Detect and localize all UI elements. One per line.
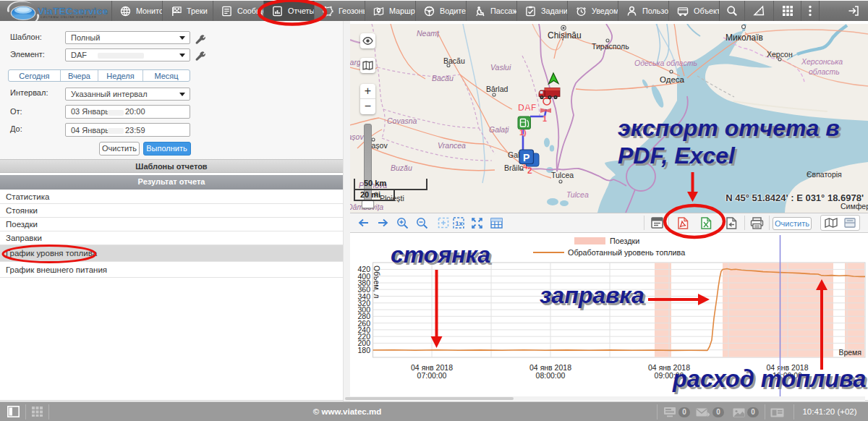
svg-text:Galați: Galați — [489, 125, 509, 134]
svg-text:Neamț: Neamț — [417, 29, 440, 38]
svg-text:Vrancea: Vrancea — [438, 141, 466, 150]
svg-text:область: область — [809, 67, 840, 76]
svg-text:СИСТЕМЫ ONLINE КОНТРОЛЯ: СИСТЕМЫ ONLINE КОНТРОЛЯ — [41, 16, 97, 19]
svg-text:Одеська область: Одеська область — [634, 59, 697, 67]
svg-text:Обработанный уровень топлива: Обработанный уровень топлива — [568, 248, 685, 257]
svg-text:Vaslui: Vaslui — [490, 63, 511, 72]
svg-text:Миколаїв: Миколаїв — [726, 33, 763, 43]
svg-text:Bacău: Bacău — [432, 74, 454, 82]
svg-text:09:00:00: 09:00:00 — [655, 371, 684, 380]
svg-text:Євпаторія: Євпаторія — [807, 170, 842, 179]
svg-text:Bacãu: Bacãu — [443, 56, 465, 65]
svg-text:DAF: DAF — [518, 103, 537, 113]
svg-text:04 янв 2018: 04 янв 2018 — [529, 363, 571, 372]
svg-text:1: 1 — [542, 114, 547, 123]
svg-text:1x: 1x — [455, 219, 463, 227]
svg-text:P: P — [523, 152, 529, 163]
svg-text:Время: Время — [838, 348, 861, 357]
svg-text:10:00:00: 10:00:00 — [773, 371, 802, 380]
svg-text:Buzău: Buzău — [391, 163, 412, 172]
svg-text:Одеса: Одеса — [660, 75, 685, 84]
svg-text:Поездки: Поездки — [610, 237, 639, 245]
svg-text:Тирасполь: Тирасполь — [592, 42, 629, 51]
svg-text:Херсон: Херсон — [767, 50, 793, 59]
svg-text:08:00:00: 08:00:00 — [536, 371, 566, 380]
svg-text:Tulcea: Tulcea — [551, 171, 574, 179]
svg-text:Brașov: Brașov — [350, 132, 364, 141]
svg-text:04 янв 2018: 04 янв 2018 — [767, 363, 809, 372]
svg-text:180: 180 — [357, 346, 370, 354]
svg-text:Херсонська: Херсонська — [801, 57, 843, 66]
svg-text:04 янв 2018: 04 янв 2018 — [411, 363, 453, 372]
svg-text:Tulcea: Tulcea — [566, 190, 589, 199]
svg-text:Chișinău: Chișinău — [548, 30, 582, 41]
svg-text:Объем, л: Объем, л — [373, 265, 381, 298]
svg-text:2: 2 — [527, 166, 532, 176]
svg-text:Bârlad: Bârlad — [486, 85, 509, 93]
svg-text:Covasna: Covasna — [387, 116, 417, 125]
svg-text:04 янв 2018: 04 янв 2018 — [648, 363, 690, 372]
svg-text:07:00:00: 07:00:00 — [417, 371, 447, 380]
